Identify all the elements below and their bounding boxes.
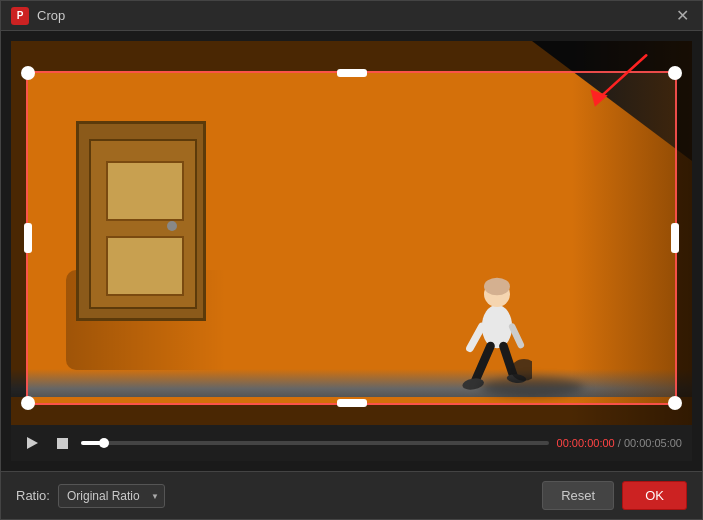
- play-button[interactable]: [21, 432, 43, 454]
- reset-button[interactable]: Reset: [542, 481, 614, 510]
- progress-bar[interactable]: [81, 441, 549, 445]
- play-icon: [27, 437, 38, 449]
- crop-handle-bottom-left[interactable]: [21, 396, 35, 410]
- crop-frame[interactable]: [26, 71, 677, 405]
- crop-handle-right-center[interactable]: [671, 223, 679, 253]
- ratio-select[interactable]: Original Ratio 16:9 4:3 1:1 9:16 Custom: [58, 484, 165, 508]
- progress-thumb[interactable]: [99, 438, 109, 448]
- ratio-select-wrapper: Original Ratio 16:9 4:3 1:1 9:16 Custom: [58, 484, 165, 508]
- time-total: 00:00:05:00: [624, 437, 682, 449]
- crop-handle-top-center[interactable]: [337, 69, 367, 77]
- stop-icon: [57, 438, 68, 449]
- main-content: 00:00:00:00 / 00:00:05:00: [1, 31, 702, 471]
- crop-handle-top-right[interactable]: [668, 66, 682, 80]
- bottom-bar: Ratio: Original Ratio 16:9 4:3 1:1 9:16 …: [1, 471, 702, 519]
- app-icon: P: [11, 7, 29, 25]
- controls-bar: 00:00:00:00 / 00:00:05:00: [11, 425, 692, 461]
- stop-button[interactable]: [51, 432, 73, 454]
- ratio-section: Ratio: Original Ratio 16:9 4:3 1:1 9:16 …: [16, 484, 542, 508]
- window-title: Crop: [37, 8, 672, 23]
- crop-window: P Crop ✕: [0, 0, 703, 520]
- crop-dark-bottom: [11, 405, 692, 425]
- crop-handle-top-left[interactable]: [21, 66, 35, 80]
- svg-line-10: [599, 55, 646, 98]
- ok-button[interactable]: OK: [622, 481, 687, 510]
- ratio-label: Ratio:: [16, 488, 50, 503]
- crop-handle-bottom-center[interactable]: [337, 399, 367, 407]
- crop-dark-right: [677, 71, 692, 405]
- close-button[interactable]: ✕: [672, 6, 692, 26]
- time-current: 00:00:00:00: [557, 437, 615, 449]
- titlebar: P Crop ✕: [1, 1, 702, 31]
- crop-handle-left-center[interactable]: [24, 223, 32, 253]
- time-display: 00:00:00:00 / 00:00:05:00: [557, 437, 682, 449]
- action-buttons: Reset OK: [542, 481, 687, 510]
- video-area: [11, 41, 692, 425]
- crop-handle-bottom-right[interactable]: [668, 396, 682, 410]
- red-arrow-indicator: [572, 51, 652, 114]
